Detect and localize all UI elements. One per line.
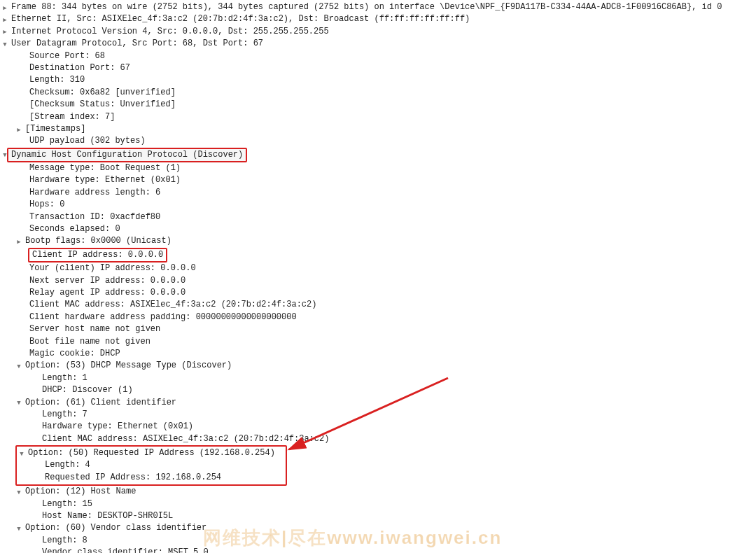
opt61-mac[interactable]: Client MAC address: ASIXElec_4f:3a:c2 (2…: [0, 433, 756, 445]
chevron-down-icon[interactable]: [15, 489, 22, 496]
dhcp-hops[interactable]: Hops: 0: [0, 199, 756, 211]
opt50-group: Option: (50) Requested IP Address (192.1…: [15, 445, 287, 486]
udp-chk-status[interactable]: [Checksum Status: Unverified]: [0, 99, 756, 111]
dhcp-row[interactable]: Dynamic Host Configuration Protocol (Dis…: [0, 148, 756, 162]
opt50-row[interactable]: Option: (50) Requested IP Address (192.1…: [18, 447, 284, 459]
udp-dst-port[interactable]: Destination Port: 67: [0, 62, 756, 74]
udp-src-port[interactable]: Source Port: 68: [0, 50, 756, 62]
opt53-val[interactable]: DHCP: Discover (1): [0, 384, 756, 396]
dhcp-flags[interactable]: Bootp flags: 0x0000 (Unicast): [0, 235, 756, 247]
udp-label: User Datagram Protocol, Src Port: 68, Ds…: [10, 38, 265, 50]
dhcp-secs[interactable]: Seconds elapsed: 0: [0, 223, 756, 235]
dhcp-chaddr[interactable]: Client MAC address: ASIXElec_4f:3a:c2 (2…: [0, 299, 756, 311]
packet-details-tree[interactable]: Frame 88: 344 bytes on wire (2752 bits),…: [0, 0, 756, 553]
dhcp-label: Dynamic Host Configuration Protocol (Dis…: [7, 148, 247, 162]
udp-row[interactable]: User Datagram Protocol, Src Port: 68, Ds…: [0, 38, 756, 50]
udp-length[interactable]: Length: 310: [0, 74, 756, 86]
udp-checksum[interactable]: Checksum: 0x6a82 [unverified]: [0, 87, 756, 99]
dhcp-sname[interactable]: Server host name not given: [0, 323, 756, 335]
opt50-val[interactable]: Requested IP Address: 192.168.0.254: [18, 472, 284, 484]
opt60-row[interactable]: Option: (60) Vendor class identifier: [0, 522, 756, 534]
udp-timestamps[interactable]: [Timestamps]: [0, 123, 756, 135]
dhcp-ciaddr[interactable]: Client IP address: 0.0.0.0: [0, 248, 756, 262]
chevron-down-icon[interactable]: [1, 41, 8, 48]
ethernet-row[interactable]: Ethernet II, Src: ASIXElec_4f:3a:c2 (20:…: [0, 13, 756, 25]
chevron-right-icon[interactable]: [15, 126, 22, 133]
dhcp-yiaddr[interactable]: Your (client) IP address: 0.0.0.0: [0, 262, 756, 274]
frame-label: Frame 88: 344 bytes on wire (2752 bits),…: [10, 1, 723, 13]
ipv4-row[interactable]: Internet Protocol Version 4, Src: 0.0.0.…: [0, 26, 756, 38]
chevron-right-icon[interactable]: [1, 16, 8, 23]
dhcp-txid[interactable]: Transaction ID: 0xacfdef80: [0, 211, 756, 223]
dhcp-hw-type[interactable]: Hardware type: Ethernet (0x01): [0, 174, 756, 186]
dhcp-padding[interactable]: Client hardware address padding: 0000000…: [0, 312, 756, 323]
opt60-len[interactable]: Length: 8: [0, 535, 756, 547]
opt53-row[interactable]: Option: (53) DHCP Message Type (Discover…: [0, 360, 756, 372]
dhcp-siaddr[interactable]: Next server IP address: 0.0.0.0: [0, 275, 756, 287]
chevron-down-icon[interactable]: [15, 525, 22, 532]
udp-payload[interactable]: UDP payload (302 bytes): [0, 135, 756, 147]
dhcp-hw-len[interactable]: Hardware address length: 6: [0, 187, 756, 199]
opt61-hw[interactable]: Hardware type: Ethernet (0x01): [0, 421, 756, 433]
udp-stream[interactable]: [Stream index: 7]: [0, 111, 756, 123]
opt53-len[interactable]: Length: 1: [0, 372, 756, 384]
dhcp-giaddr[interactable]: Relay agent IP address: 0.0.0.0: [0, 287, 756, 299]
opt60-val[interactable]: Vendor class identifier: MSFT 5.0: [0, 547, 756, 553]
opt12-row[interactable]: Option: (12) Host Name: [0, 486, 756, 498]
opt12-len[interactable]: Length: 15: [0, 498, 756, 510]
opt61-row[interactable]: Option: (61) Client identifier: [0, 397, 756, 409]
opt50-len[interactable]: Length: 4: [18, 459, 284, 471]
chevron-down-icon[interactable]: [15, 363, 22, 370]
dhcp-magic[interactable]: Magic cookie: DHCP: [0, 348, 756, 360]
dhcp-msg-type[interactable]: Message type: Boot Request (1): [0, 162, 756, 174]
opt61-len[interactable]: Length: 7: [0, 409, 756, 421]
ethernet-label: Ethernet II, Src: ASIXElec_4f:3a:c2 (20:…: [10, 13, 471, 25]
chevron-right-icon[interactable]: [15, 238, 22, 245]
chevron-right-icon[interactable]: [1, 28, 8, 35]
ipv4-label: Internet Protocol Version 4, Src: 0.0.0.…: [10, 26, 330, 38]
chevron-down-icon[interactable]: [18, 450, 25, 457]
chevron-down-icon[interactable]: [15, 399, 22, 406]
chevron-right-icon[interactable]: [1, 4, 8, 11]
opt12-val[interactable]: Host Name: DESKTOP-SHR0I5L: [0, 510, 756, 522]
frame-row[interactable]: Frame 88: 344 bytes on wire (2752 bits),…: [0, 1, 756, 13]
dhcp-file[interactable]: Boot file name not given: [0, 336, 756, 348]
